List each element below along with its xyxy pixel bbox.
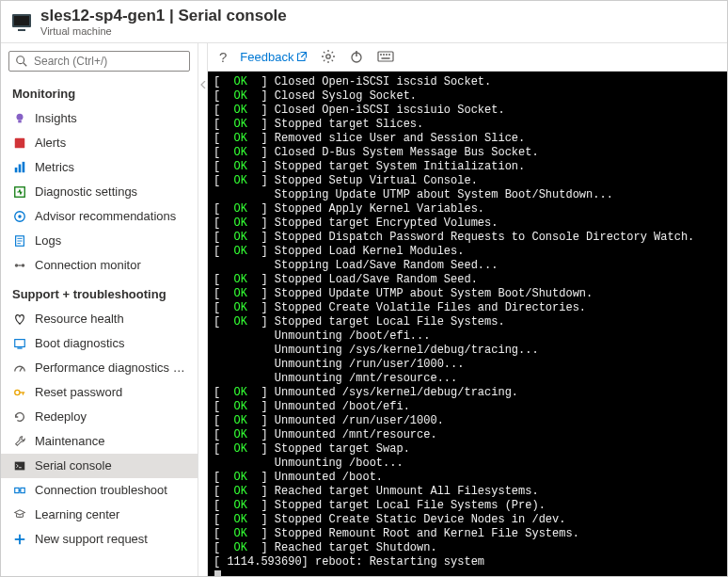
help-button[interactable]: ? (219, 49, 227, 65)
cursor (214, 570, 221, 577)
settings-button[interactable] (321, 49, 336, 64)
sidebar-item-learn[interactable]: Learning center (1, 503, 198, 527)
sidebar-item-serial[interactable]: Serial console (1, 454, 198, 478)
sidebar-item-label: Learning center (35, 507, 119, 521)
heart-icon (12, 312, 27, 327)
svg-point-24 (15, 390, 20, 394)
svg-rect-2 (18, 29, 25, 31)
sidebar-item-label: New support request (35, 532, 148, 546)
serial-icon (12, 458, 27, 473)
svg-point-5 (17, 113, 24, 120)
perf-icon (12, 361, 27, 376)
svg-rect-27 (15, 461, 25, 470)
sidebar-item-maint[interactable]: Maintenance (1, 429, 198, 454)
sidebar-item-boot[interactable]: Boot diagnostics (1, 331, 198, 356)
sidebar-item-label: Metrics (35, 160, 74, 174)
svg-point-19 (22, 264, 25, 267)
conntr-icon (12, 483, 27, 498)
sidebar-item-bulb[interactable]: Insights (1, 106, 198, 131)
sidebar: Monitoring InsightsAlertsMetricsDiagnost… (1, 43, 198, 577)
sidebar-item-label: Performance diagnostics (P... (35, 361, 188, 375)
svg-line-4 (24, 62, 27, 66)
external-link-icon (296, 51, 308, 62)
sidebar-item-label: Diagnostic settings (35, 184, 137, 199)
search-icon (15, 55, 28, 68)
sidebar-item-plus[interactable]: New support request (1, 527, 198, 552)
svg-rect-1 (14, 16, 29, 25)
sidebar-item-perf[interactable]: Performance diagnostics (P... (1, 356, 198, 380)
sidebar-item-label: Redeploy (35, 409, 87, 424)
sidebar-item-label: Insights (35, 111, 77, 125)
svg-point-13 (18, 215, 22, 218)
page-subtitle: Virtual machine (40, 25, 287, 38)
console-toolbar: ? Feedback (208, 43, 727, 72)
serial-console-output[interactable]: [ OK ] Closed Open-iSCSI iscsid Socket. … (208, 72, 727, 577)
sidebar-item-redeploy[interactable]: Redeploy (1, 405, 198, 429)
search-input[interactable] (8, 51, 190, 72)
sidebar-item-label: Connection monitor (35, 258, 141, 272)
sidebar-item-metrics[interactable]: Metrics (1, 155, 198, 180)
keyboard-button[interactable] (377, 50, 394, 63)
sidebar-item-label: Connection troubleshoot (35, 483, 167, 497)
svg-rect-6 (18, 120, 22, 122)
main-pane: ? Feedback [ OK ] Closed Open-iSCSI iscs… (208, 43, 727, 577)
sidebar-item-diag[interactable]: Diagnostic settings (1, 180, 198, 204)
collapse-handle[interactable] (198, 43, 208, 577)
maint-icon (12, 434, 27, 449)
metrics-icon (12, 160, 27, 175)
sidebar-item-label: Serial console (35, 458, 112, 473)
sidebar-item-label: Reset password (35, 385, 122, 399)
sidebar-item-alert[interactable]: Alerts (1, 131, 198, 155)
svg-point-3 (17, 56, 24, 63)
svg-rect-7 (15, 137, 25, 148)
sidebar-item-label: Boot diagnostics (35, 336, 124, 350)
sidebar-item-conntr[interactable]: Connection troubleshoot (1, 478, 198, 503)
page-title: sles12-sp4-gen1 | Serial console (40, 7, 287, 25)
sidebar-item-label: Resource health (35, 312, 124, 326)
feedback-link[interactable]: Feedback (240, 50, 308, 64)
svg-rect-28 (15, 488, 19, 492)
svg-rect-9 (19, 164, 22, 172)
feedback-label: Feedback (240, 50, 293, 64)
redeploy-icon (12, 409, 27, 425)
alert-icon (12, 136, 27, 151)
sidebar-item-label: Maintenance (35, 434, 104, 448)
sidebar-item-advisor[interactable]: Advisor recommendations (1, 204, 198, 229)
boot-icon (12, 336, 27, 351)
logs-icon (12, 233, 27, 248)
svg-point-33 (326, 55, 330, 58)
sidebar-item-heart[interactable]: Resource health (1, 307, 198, 331)
sidebar-item-label: Logs (35, 233, 61, 248)
search-field[interactable] (34, 55, 183, 68)
bulb-icon (12, 111, 27, 126)
svg-line-23 (20, 367, 23, 371)
vm-icon (10, 11, 33, 34)
sidebar-item-conn[interactable]: Connection monitor (1, 253, 198, 278)
sidebar-item-logs[interactable]: Logs (1, 229, 198, 253)
svg-rect-21 (15, 339, 25, 346)
sidebar-item-key[interactable]: Reset password (1, 380, 198, 405)
advisor-icon (12, 209, 27, 224)
plus-icon (12, 532, 27, 547)
svg-rect-10 (23, 161, 25, 171)
svg-rect-36 (378, 52, 393, 61)
page-header: sles12-sp4-gen1 | Serial console Virtual… (1, 1, 727, 43)
svg-rect-29 (21, 488, 24, 492)
learn-icon (12, 507, 27, 522)
section-monitoring: Monitoring (1, 77, 198, 106)
section-support: Support + troubleshooting (1, 278, 198, 307)
conn-icon (12, 258, 27, 273)
key-icon (12, 385, 27, 400)
svg-point-18 (15, 264, 19, 267)
power-button[interactable] (349, 49, 364, 64)
sidebar-item-label: Advisor recommendations (35, 209, 176, 223)
svg-rect-8 (15, 168, 18, 172)
diag-icon (12, 184, 27, 200)
svg-rect-22 (17, 347, 22, 348)
sidebar-item-label: Alerts (35, 136, 66, 150)
